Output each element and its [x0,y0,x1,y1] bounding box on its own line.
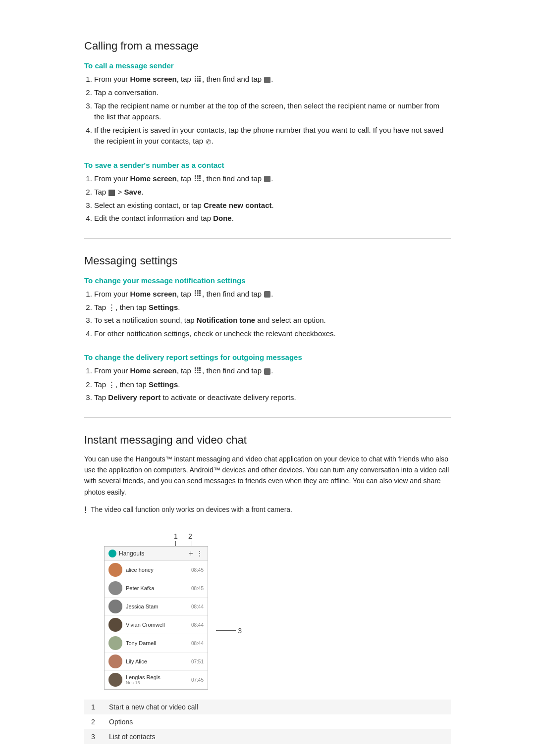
diagram-top-labels: 1 2 [167,532,208,540]
legend-num-3: 3 [84,729,102,744]
home-screen-label2: Home screen [130,174,177,183]
svg-rect-27 [195,367,196,369]
svg-rect-30 [195,370,196,371]
legend-row-1: 1 Start a new chat or video call [84,700,451,714]
svg-rect-20 [199,290,201,292]
avatar-peter [108,581,122,595]
svg-rect-10 [197,175,199,177]
step-1-1: From your Home screen, tap , then find a… [94,74,451,85]
save-sender-section: To save a sender's number as a contact F… [84,161,451,224]
contact-row-tony[interactable]: Tony Darnell 08:44 [105,634,208,653]
svg-rect-16 [197,180,199,181]
phone-icon: ✆ [204,136,213,147]
svg-rect-12 [195,177,196,179]
notification-settings-section: To change your message notification sett… [84,276,451,340]
legend-desc-2: Options [102,714,451,729]
hangouts-logo [108,550,116,557]
contact-row-lenglas[interactable]: Lenglas Regis Noc 16 07:45 [105,671,208,689]
avatar-lenglas [108,673,122,687]
mockup-header-icons: + ⋮ [189,549,204,558]
label-num-2: 2 [184,532,196,540]
svg-rect-17 [199,180,201,181]
call-sender-steps: From your Home screen, tap , then find a… [94,74,451,147]
create-new-contact-label: Create new contact [204,201,272,209]
save-sender-steps: From your Home screen, tap , then find a… [94,173,451,224]
avatar-vivian [108,618,122,632]
avatar-alice [108,563,122,577]
settings-label: Settings [149,303,178,311]
step-1-2: Tap a conversation. [94,87,451,99]
messaging-app-icon [264,77,270,83]
contact-row-vivian[interactable]: Vivian Cromwell 08:44 [105,616,208,634]
svg-rect-9 [195,175,196,177]
svg-rect-15 [195,180,196,181]
hangouts-diagram-container: 1 2 Hangouts + ⋮ [104,532,208,690]
contact-row-alice[interactable]: alice honey 08:45 [105,561,208,579]
svg-rect-3 [195,78,196,79]
avatar-lily [108,655,122,668]
legend-num-1: 1 [84,700,102,714]
contact-time-tony: 08:44 [191,641,204,646]
svg-rect-32 [199,370,201,371]
save-label: Save [124,188,141,196]
diagram-row: Hangouts + ⋮ alice honey 08:45 Peter Kaf… [104,546,208,690]
new-chat-icon[interactable]: + [189,549,193,558]
svg-rect-24 [195,295,196,296]
note-icon: ! [84,505,87,515]
delivery-report-section: To change the delivery report settings f… [84,353,451,403]
legend-num-2: 2 [84,714,102,729]
legend-row-3: 3 List of contacts [84,729,451,744]
svg-rect-7 [197,80,199,82]
messaging-app-icon4 [264,368,270,375]
svg-rect-21 [195,293,196,294]
save-sender-heading: To save a sender's number as a contact [84,161,451,169]
step-text: From your Home screen, tap , then find a… [94,75,273,83]
svg-rect-14 [199,177,201,179]
legend-desc-1: Start a new chat or video call [102,700,451,714]
contact-time-peter: 08:45 [191,586,204,591]
avatar-jessica [108,600,122,613]
svg-rect-5 [199,78,201,79]
svg-rect-19 [197,290,199,292]
step-2-3: Select an existing contact, or tap Creat… [94,200,451,211]
contact-name-lily: Lily Alice [126,658,188,664]
messaging-app-icon3 [264,291,270,298]
hangouts-label: Hangouts [119,550,144,557]
divider-1 [84,238,451,239]
contact-name-lenglas: Lenglas Regis [126,674,188,680]
step-1-3: Tap the recipient name or number at the … [94,101,451,123]
delivery-report-label: Delivery report [108,393,160,402]
mockup-header: Hangouts + ⋮ [105,547,208,561]
diagram-right-label-3: 3 [216,627,242,635]
notif-step-1: From your Home screen, tap , then find a… [94,289,451,300]
delivery-steps: From your Home screen, tap , then find a… [94,365,451,403]
contact-row-lily[interactable]: Lily Alice 07:51 [105,653,208,671]
mockup-header-left: Hangouts [108,550,144,557]
svg-rect-23 [199,293,201,294]
home-screen-label4: Home screen [130,366,177,375]
delivery-step-3: Tap Delivery report to activate or deact… [94,392,451,403]
done-label: Done [213,214,232,222]
note-block: ! The video call function only works on … [84,504,451,515]
legend-desc-3: List of contacts [102,729,451,744]
contact-row-jessica[interactable]: Jessica Stam 08:44 [105,598,208,616]
svg-rect-1 [197,76,199,77]
contact-icon [108,190,115,196]
note-text: The video call function only works on de… [91,504,292,515]
contact-row-peter[interactable]: Peter Kafka 08:45 [105,579,208,598]
svg-rect-26 [199,295,201,296]
contact-name-tony: Tony Darnell [126,640,188,646]
step-2-2: Tap > Save. [94,187,451,198]
settings-label2: Settings [149,380,178,389]
options-icon[interactable]: ⋮ [196,550,204,557]
contact-info-lenglas: Lenglas Regis Noc 16 [126,674,188,685]
grid-icon [194,74,201,86]
home-screen-label: Home screen [130,75,177,83]
svg-rect-0 [195,76,196,77]
delivery-step-1: From your Home screen, tap , then find a… [94,365,451,377]
svg-rect-18 [195,290,196,292]
contact-time-jessica: 08:44 [191,604,204,609]
svg-rect-6 [195,80,196,82]
contact-name-peter: Peter Kafka [126,585,188,591]
notification-tone-label: Notification tone [197,316,255,324]
